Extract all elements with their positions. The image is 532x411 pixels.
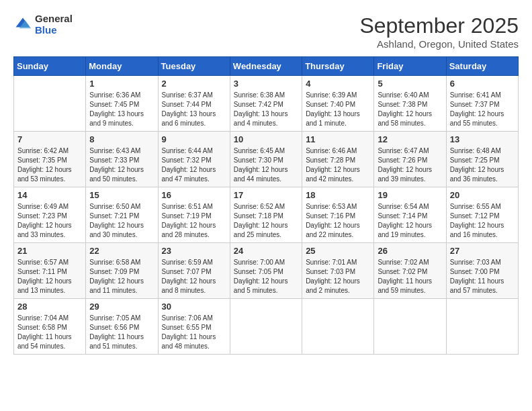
location-title: Ashland, Oregon, United States: [359, 38, 519, 50]
logo-blue: Blue: [35, 25, 73, 36]
cell-info: Sunrise: 6:42 AMSunset: 7:35 PMDaylight:…: [17, 146, 82, 184]
cell-info: Sunrise: 6:47 AMSunset: 7:26 PMDaylight:…: [378, 146, 442, 184]
day-number: 30: [162, 302, 226, 312]
day-number: 14: [17, 190, 82, 200]
cell-info: Sunrise: 6:55 AMSunset: 7:12 PMDaylight:…: [450, 202, 515, 240]
calendar-body: 1Sunrise: 6:36 AMSunset: 7:45 PMDaylight…: [14, 76, 519, 355]
day-number: 23: [162, 246, 226, 256]
calendar-cell: 26Sunrise: 7:02 AMSunset: 7:02 PMDayligh…: [374, 243, 446, 299]
calendar-cell: 7Sunrise: 6:42 AMSunset: 7:35 PMDaylight…: [14, 132, 86, 187]
logo-general: General: [35, 13, 73, 25]
day-number: 6: [450, 79, 515, 89]
day-number: 17: [234, 190, 298, 200]
day-number: 10: [234, 134, 298, 144]
calendar-cell: 24Sunrise: 7:00 AMSunset: 7:05 PMDayligh…: [230, 243, 302, 299]
cell-info: Sunrise: 7:05 AMSunset: 6:56 PMDaylight:…: [89, 314, 154, 351]
calendar-header: SundayMondayTuesdayWednesdayThursdayFrid…: [14, 57, 519, 76]
header-cell-monday: Monday: [86, 57, 158, 76]
week-row-3: 21Sunrise: 6:57 AMSunset: 7:11 PMDayligh…: [14, 243, 519, 299]
calendar-cell: [14, 76, 86, 132]
cell-info: Sunrise: 6:49 AMSunset: 7:23 PMDaylight:…: [17, 202, 82, 240]
cell-info: Sunrise: 7:03 AMSunset: 7:00 PMDaylight:…: [450, 258, 515, 295]
day-number: 25: [306, 246, 370, 256]
cell-info: Sunrise: 6:44 AMSunset: 7:32 PMDaylight:…: [162, 146, 226, 184]
calendar-cell: [302, 299, 374, 355]
day-number: 20: [450, 190, 515, 200]
cell-info: Sunrise: 7:04 AMSunset: 6:58 PMDaylight:…: [17, 314, 82, 351]
calendar-cell: 4Sunrise: 6:39 AMSunset: 7:40 PMDaylight…: [302, 76, 374, 132]
calendar-cell: 9Sunrise: 6:44 AMSunset: 7:32 PMDaylight…: [158, 132, 230, 187]
header-row: SundayMondayTuesdayWednesdayThursdayFrid…: [14, 57, 519, 76]
week-row-0: 1Sunrise: 6:36 AMSunset: 7:45 PMDaylight…: [14, 76, 519, 132]
cell-info: Sunrise: 6:40 AMSunset: 7:38 PMDaylight:…: [378, 91, 442, 128]
calendar-cell: 14Sunrise: 6:49 AMSunset: 7:23 PMDayligh…: [14, 187, 86, 243]
month-title: September 2025: [359, 13, 519, 38]
calendar-cell: 2Sunrise: 6:37 AMSunset: 7:44 PMDaylight…: [158, 76, 230, 132]
cell-info: Sunrise: 6:41 AMSunset: 7:37 PMDaylight:…: [450, 91, 515, 128]
cell-info: Sunrise: 7:01 AMSunset: 7:03 PMDaylight:…: [306, 258, 370, 295]
calendar-cell: 10Sunrise: 6:45 AMSunset: 7:30 PMDayligh…: [230, 132, 302, 187]
header-cell-thursday: Thursday: [302, 57, 374, 76]
header-cell-saturday: Saturday: [446, 57, 518, 76]
calendar-cell: 11Sunrise: 6:46 AMSunset: 7:28 PMDayligh…: [302, 132, 374, 187]
day-number: 2: [162, 79, 226, 89]
cell-info: Sunrise: 6:36 AMSunset: 7:45 PMDaylight:…: [89, 91, 154, 128]
week-row-2: 14Sunrise: 6:49 AMSunset: 7:23 PMDayligh…: [14, 187, 519, 243]
calendar-cell: 27Sunrise: 7:03 AMSunset: 7:00 PMDayligh…: [446, 243, 518, 299]
cell-info: Sunrise: 6:43 AMSunset: 7:33 PMDaylight:…: [89, 146, 154, 184]
calendar-cell: 21Sunrise: 6:57 AMSunset: 7:11 PMDayligh…: [14, 243, 86, 299]
cell-info: Sunrise: 6:54 AMSunset: 7:14 PMDaylight:…: [378, 202, 442, 240]
day-number: 4: [306, 79, 370, 89]
day-number: 12: [378, 134, 442, 144]
day-number: 19: [378, 190, 442, 200]
day-number: 22: [89, 246, 154, 256]
week-row-4: 28Sunrise: 7:04 AMSunset: 6:58 PMDayligh…: [14, 299, 519, 355]
cell-info: Sunrise: 6:58 AMSunset: 7:09 PMDaylight:…: [89, 258, 154, 295]
logo: General Blue: [13, 13, 73, 36]
calendar-cell: 1Sunrise: 6:36 AMSunset: 7:45 PMDaylight…: [86, 76, 158, 132]
cell-info: Sunrise: 7:06 AMSunset: 6:55 PMDaylight:…: [162, 314, 226, 351]
calendar-cell: 17Sunrise: 6:52 AMSunset: 7:18 PMDayligh…: [230, 187, 302, 243]
calendar-cell: 25Sunrise: 7:01 AMSunset: 7:03 PMDayligh…: [302, 243, 374, 299]
calendar-cell: 13Sunrise: 6:48 AMSunset: 7:25 PMDayligh…: [446, 132, 518, 187]
cell-info: Sunrise: 7:02 AMSunset: 7:02 PMDaylight:…: [378, 258, 442, 295]
header-cell-friday: Friday: [374, 57, 446, 76]
cell-info: Sunrise: 6:48 AMSunset: 7:25 PMDaylight:…: [450, 146, 515, 184]
calendar-cell: [374, 299, 446, 355]
cell-info: Sunrise: 6:39 AMSunset: 7:40 PMDaylight:…: [306, 91, 370, 128]
logo-text: General Blue: [35, 13, 73, 36]
day-number: 15: [89, 190, 154, 200]
cell-info: Sunrise: 6:46 AMSunset: 7:28 PMDaylight:…: [306, 146, 370, 184]
day-number: 28: [17, 302, 82, 312]
day-number: 21: [17, 246, 82, 256]
cell-info: Sunrise: 6:50 AMSunset: 7:21 PMDaylight:…: [89, 202, 154, 240]
calendar-cell: 28Sunrise: 7:04 AMSunset: 6:58 PMDayligh…: [14, 299, 86, 355]
calendar-cell: 3Sunrise: 6:38 AMSunset: 7:42 PMDaylight…: [230, 76, 302, 132]
calendar-cell: 5Sunrise: 6:40 AMSunset: 7:38 PMDaylight…: [374, 76, 446, 132]
day-number: 9: [162, 134, 226, 144]
day-number: 16: [162, 190, 226, 200]
day-number: 7: [17, 134, 82, 144]
calendar-cell: 18Sunrise: 6:53 AMSunset: 7:16 PMDayligh…: [302, 187, 374, 243]
calendar-cell: [230, 299, 302, 355]
calendar-cell: 19Sunrise: 6:54 AMSunset: 7:14 PMDayligh…: [374, 187, 446, 243]
cell-info: Sunrise: 6:52 AMSunset: 7:18 PMDaylight:…: [234, 202, 298, 240]
cell-info: Sunrise: 6:51 AMSunset: 7:19 PMDaylight:…: [162, 202, 226, 240]
calendar-cell: 12Sunrise: 6:47 AMSunset: 7:26 PMDayligh…: [374, 132, 446, 187]
day-number: 13: [450, 134, 515, 144]
week-row-1: 7Sunrise: 6:42 AMSunset: 7:35 PMDaylight…: [14, 132, 519, 187]
page-header: General Blue September 2025 Ashland, Ore…: [13, 13, 519, 50]
header-cell-wednesday: Wednesday: [230, 57, 302, 76]
header-cell-sunday: Sunday: [14, 57, 86, 76]
title-block: September 2025 Ashland, Oregon, United S…: [359, 13, 519, 50]
calendar-cell: 6Sunrise: 6:41 AMSunset: 7:37 PMDaylight…: [446, 76, 518, 132]
day-number: 8: [89, 134, 154, 144]
calendar-cell: 15Sunrise: 6:50 AMSunset: 7:21 PMDayligh…: [86, 187, 158, 243]
calendar-cell: 16Sunrise: 6:51 AMSunset: 7:19 PMDayligh…: [158, 187, 230, 243]
cell-info: Sunrise: 6:38 AMSunset: 7:42 PMDaylight:…: [234, 91, 298, 128]
day-number: 5: [378, 79, 442, 89]
day-number: 18: [306, 190, 370, 200]
day-number: 27: [450, 246, 515, 256]
day-number: 11: [306, 134, 370, 144]
day-number: 3: [234, 79, 298, 89]
